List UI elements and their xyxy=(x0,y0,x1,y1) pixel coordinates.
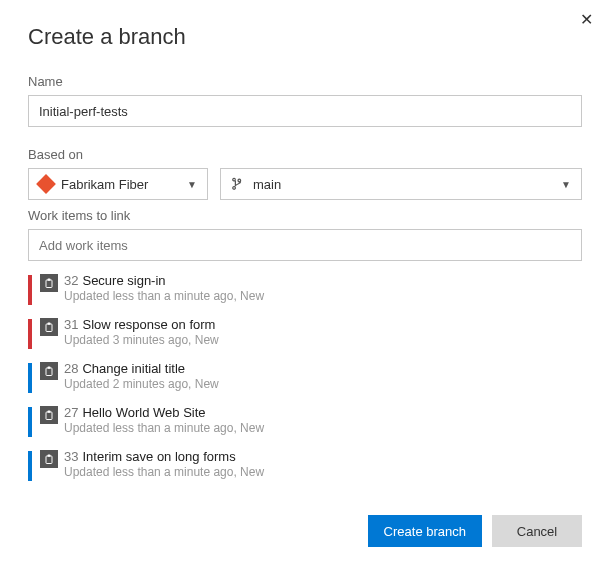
work-item-subtext: Updated 2 minutes ago, New xyxy=(64,377,582,391)
work-item-color-bar xyxy=(28,363,32,393)
work-item-body: 31Slow response on formUpdated 3 minutes… xyxy=(64,317,582,347)
work-item-color-bar xyxy=(28,451,32,481)
work-item[interactable]: 27Hello World Web SiteUpdated less than … xyxy=(28,401,582,445)
svg-rect-3 xyxy=(48,323,51,325)
work-item-title: Hello World Web Site xyxy=(82,405,205,420)
svg-rect-1 xyxy=(48,279,51,281)
svg-rect-7 xyxy=(48,411,51,413)
work-item-color-bar xyxy=(28,407,32,437)
chevron-down-icon: ▼ xyxy=(561,179,571,190)
svg-rect-6 xyxy=(46,412,52,420)
close-icon[interactable]: ✕ xyxy=(576,10,596,30)
repo-dropdown-value: Fabrikam Fiber xyxy=(61,177,187,192)
work-item-color-bar xyxy=(28,319,32,349)
repo-dropdown[interactable]: Fabrikam Fiber ▼ xyxy=(28,168,208,200)
work-item-id: 32 xyxy=(64,273,78,288)
svg-rect-2 xyxy=(46,324,52,332)
repo-icon xyxy=(36,174,56,194)
branch-name-input[interactable] xyxy=(28,95,582,127)
chevron-down-icon: ▼ xyxy=(187,179,197,190)
work-item-title: Change initial title xyxy=(82,361,185,376)
work-item-title: Slow response on form xyxy=(82,317,215,332)
work-item-type-icon xyxy=(40,450,58,468)
svg-rect-8 xyxy=(46,456,52,464)
work-item[interactable]: 32Secure sign-inUpdated less than a minu… xyxy=(28,269,582,313)
name-label: Name xyxy=(28,74,582,89)
work-item-body: 28Change initial titleUpdated 2 minutes … xyxy=(64,361,582,391)
create-branch-dialog: ✕ Create a branch Name Based on Fabrikam… xyxy=(0,0,610,513)
work-item-subtext: Updated less than a minute ago, New xyxy=(64,465,582,479)
work-item-type-icon xyxy=(40,274,58,292)
work-item-type-icon xyxy=(40,362,58,380)
cancel-button[interactable]: Cancel xyxy=(492,515,582,547)
work-item-id: 27 xyxy=(64,405,78,420)
work-item-body: 33Interim save on long formsUpdated less… xyxy=(64,449,582,479)
work-item-id: 33 xyxy=(64,449,78,464)
work-item-subtext: Updated less than a minute ago, New xyxy=(64,289,582,303)
dialog-footer: Create branch Cancel xyxy=(368,515,582,547)
work-items-label: Work items to link xyxy=(28,208,582,223)
dialog-title: Create a branch xyxy=(28,24,582,50)
work-item-type-icon xyxy=(40,406,58,424)
svg-rect-0 xyxy=(46,280,52,288)
base-branch-dropdown[interactable]: main ▼ xyxy=(220,168,582,200)
svg-rect-4 xyxy=(46,368,52,376)
work-item-subtext: Updated 3 minutes ago, New xyxy=(64,333,582,347)
svg-rect-9 xyxy=(48,455,51,457)
work-item-type-icon xyxy=(40,318,58,336)
work-items-list: 32Secure sign-inUpdated less than a minu… xyxy=(28,269,582,489)
work-item[interactable]: 31Slow response on formUpdated 3 minutes… xyxy=(28,313,582,357)
work-item[interactable]: 28Change initial titleUpdated 2 minutes … xyxy=(28,357,582,401)
work-item-color-bar xyxy=(28,275,32,305)
work-items-input[interactable] xyxy=(28,229,582,261)
work-item-body: 32Secure sign-inUpdated less than a minu… xyxy=(64,273,582,303)
work-item-id: 28 xyxy=(64,361,78,376)
work-item-id: 31 xyxy=(64,317,78,332)
work-item-title: Interim save on long forms xyxy=(82,449,235,464)
work-item-title: Secure sign-in xyxy=(82,273,165,288)
work-item[interactable]: 33Interim save on long formsUpdated less… xyxy=(28,445,582,489)
work-item-body: 27Hello World Web SiteUpdated less than … xyxy=(64,405,582,435)
base-branch-value: main xyxy=(253,177,561,192)
branch-icon xyxy=(231,177,245,191)
work-item-subtext: Updated less than a minute ago, New xyxy=(64,421,582,435)
create-branch-button[interactable]: Create branch xyxy=(368,515,482,547)
svg-rect-5 xyxy=(48,367,51,369)
based-on-label: Based on xyxy=(28,147,582,162)
